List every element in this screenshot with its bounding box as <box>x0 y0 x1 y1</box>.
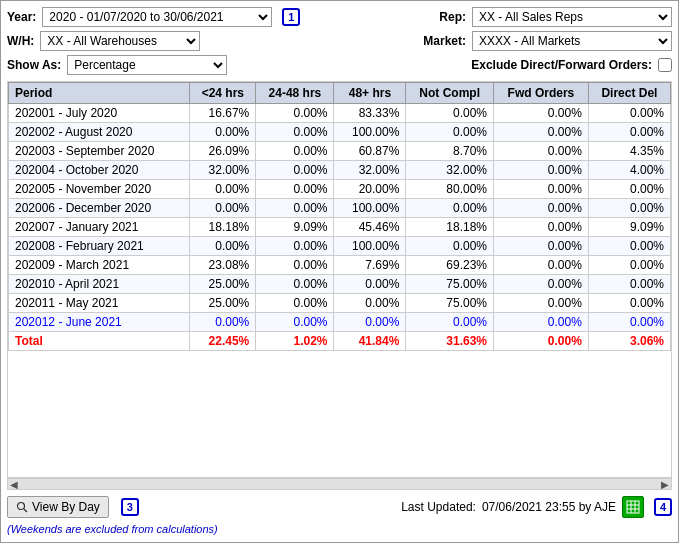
cell-period: 202011 - May 2021 <box>9 294 190 313</box>
cell-value: 20.00% <box>334 180 406 199</box>
cell-value: 3.06% <box>588 332 670 351</box>
cell-value: 0.00% <box>493 332 588 351</box>
scroll-left-icon[interactable]: ◀ <box>10 479 18 490</box>
cell-value: 100.00% <box>334 123 406 142</box>
badge-1: 1 <box>282 8 300 26</box>
cell-value: 75.00% <box>406 294 494 313</box>
cell-value: 0.00% <box>493 199 588 218</box>
cell-value: 0.00% <box>190 313 256 332</box>
table-row: 202007 - January 202118.18%9.09%45.46%18… <box>9 218 671 237</box>
svg-rect-2 <box>627 501 639 513</box>
cell-value: 0.00% <box>588 275 670 294</box>
cell-value: 8.70% <box>406 142 494 161</box>
cell-period: Total <box>9 332 190 351</box>
form-row-3: Show As: Percentage Exclude Direct/Forwa… <box>7 55 672 75</box>
cell-value: 0.00% <box>493 123 588 142</box>
col-not-compl: Not Compl <box>406 83 494 104</box>
rep-select[interactable]: XX - All Sales Reps <box>472 7 672 27</box>
cell-value: 1.02% <box>256 332 334 351</box>
year-row-left: Year: 2020 - 01/07/2020 to 30/06/2021 1 <box>7 7 433 27</box>
footer-left: View By Day 3 <box>7 496 139 518</box>
table-container[interactable]: Period <24 hrs 24-48 hrs 48+ hrs Not Com… <box>7 81 672 478</box>
cell-value: 0.00% <box>588 313 670 332</box>
cell-period: 202007 - January 2021 <box>9 218 190 237</box>
cell-value: 0.00% <box>588 180 670 199</box>
cell-value: 75.00% <box>406 275 494 294</box>
table-row: 202004 - October 202032.00%0.00%32.00%32… <box>9 161 671 180</box>
cell-value: 41.84% <box>334 332 406 351</box>
cell-value: 0.00% <box>406 104 494 123</box>
cell-value: 32.00% <box>334 161 406 180</box>
exclude-label: Exclude Direct/Forward Orders: <box>471 58 652 72</box>
cell-value: 0.00% <box>406 199 494 218</box>
table-row: 202005 - November 20200.00%0.00%20.00%80… <box>9 180 671 199</box>
svg-line-1 <box>24 509 27 512</box>
table-row: Total22.45%1.02%41.84%31.63%0.00%3.06% <box>9 332 671 351</box>
col-2448hrs: 24-48 hrs <box>256 83 334 104</box>
exclude-checkbox[interactable] <box>658 58 672 72</box>
cell-value: 0.00% <box>190 123 256 142</box>
market-select[interactable]: XXXX - All Markets <box>472 31 672 51</box>
cell-value: 4.35% <box>588 142 670 161</box>
table-row: 202002 - August 20200.00%0.00%100.00%0.0… <box>9 123 671 142</box>
cell-value: 4.00% <box>588 161 670 180</box>
cell-value: 80.00% <box>406 180 494 199</box>
col-48plus: 48+ hrs <box>334 83 406 104</box>
horizontal-scrollbar[interactable]: ◀ ▶ <box>7 478 672 490</box>
scroll-right-icon[interactable]: ▶ <box>661 479 669 490</box>
rep-label: Rep: <box>439 10 466 24</box>
table-row: 202012 - June 20210.00%0.00%0.00%0.00%0.… <box>9 313 671 332</box>
cell-value: 0.00% <box>190 180 256 199</box>
view-by-day-button[interactable]: View By Day <box>7 496 109 518</box>
cell-value: 0.00% <box>588 294 670 313</box>
footer-right: Last Updated: 07/06/2021 23:55 by AJE 4 <box>401 496 672 518</box>
table-row: 202008 - February 20210.00%0.00%100.00%0… <box>9 237 671 256</box>
cell-value: 0.00% <box>493 104 588 123</box>
cell-value: 0.00% <box>493 275 588 294</box>
last-updated-label: Last Updated: <box>401 500 476 514</box>
cell-value: 18.18% <box>406 218 494 237</box>
cell-value: 0.00% <box>190 237 256 256</box>
cell-period: 202004 - October 2020 <box>9 161 190 180</box>
footer-bar: View By Day 3 Last Updated: 07/06/2021 2… <box>7 494 672 520</box>
search-icon <box>16 501 28 513</box>
export-button[interactable] <box>622 496 644 518</box>
table-header-row: Period <24 hrs 24-48 hrs 48+ hrs Not Com… <box>9 83 671 104</box>
cell-value: 0.00% <box>190 199 256 218</box>
badge-3: 3 <box>121 498 139 516</box>
col-period: Period <box>9 83 190 104</box>
year-select[interactable]: 2020 - 01/07/2020 to 30/06/2021 <box>42 7 272 27</box>
cell-value: 7.69% <box>334 256 406 275</box>
cell-value: 45.46% <box>334 218 406 237</box>
form-row-1: Year: 2020 - 01/07/2020 to 30/06/2021 1 … <box>7 7 672 27</box>
market-label: Market: <box>423 34 466 48</box>
cell-value: 0.00% <box>256 104 334 123</box>
cell-value: 0.00% <box>256 180 334 199</box>
show-select[interactable]: Percentage <box>67 55 227 75</box>
cell-value: 9.09% <box>588 218 670 237</box>
cell-value: 0.00% <box>493 218 588 237</box>
cell-period: 202012 - June 2021 <box>9 313 190 332</box>
cell-value: 83.33% <box>334 104 406 123</box>
cell-period: 202006 - December 2020 <box>9 199 190 218</box>
cell-value: 25.00% <box>190 294 256 313</box>
main-container: Year: 2020 - 01/07/2020 to 30/06/2021 1 … <box>0 0 679 543</box>
cell-value: 0.00% <box>588 123 670 142</box>
weekends-note-row: (Weekends are excluded from calculations… <box>7 522 672 536</box>
cell-value: 0.00% <box>493 294 588 313</box>
cell-value: 25.00% <box>190 275 256 294</box>
cell-value: 60.87% <box>334 142 406 161</box>
year-label: Year: <box>7 10 36 24</box>
cell-period: 202010 - April 2021 <box>9 275 190 294</box>
exclude-row-right: Exclude Direct/Forward Orders: <box>471 58 672 72</box>
cell-value: 0.00% <box>256 199 334 218</box>
wh-select[interactable]: XX - All Warehouses <box>40 31 200 51</box>
cell-value: 0.00% <box>256 294 334 313</box>
cell-value: 16.67% <box>190 104 256 123</box>
table-row: 202010 - April 202125.00%0.00%0.00%75.00… <box>9 275 671 294</box>
col-24hrs: <24 hrs <box>190 83 256 104</box>
col-direct-del: Direct Del <box>588 83 670 104</box>
cell-value: 0.00% <box>493 313 588 332</box>
cell-value: 0.00% <box>334 275 406 294</box>
table-row: 202001 - July 202016.67%0.00%83.33%0.00%… <box>9 104 671 123</box>
